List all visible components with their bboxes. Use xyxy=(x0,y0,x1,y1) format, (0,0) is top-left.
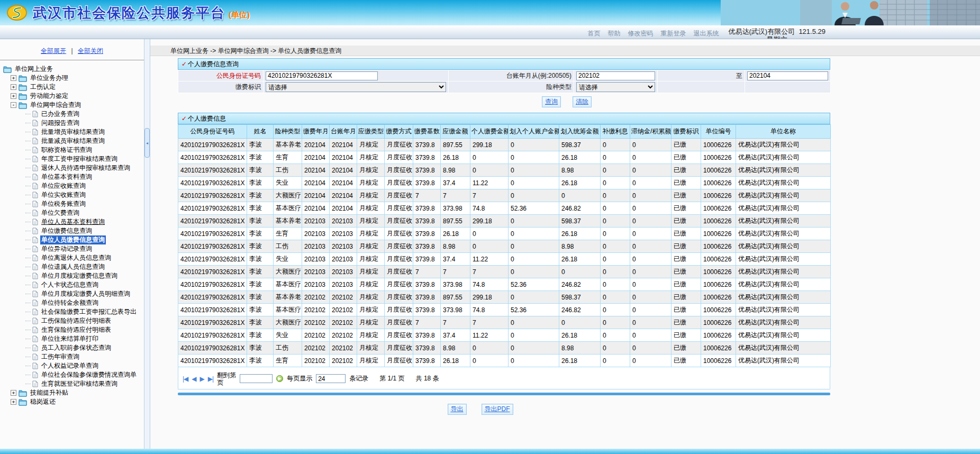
tree-item[interactable]: 单位遗属人员信息查询 xyxy=(2,262,144,271)
tree-item[interactable]: 员工入职前参保状态查询 xyxy=(2,343,144,352)
top-nav-link[interactable]: 首页 xyxy=(587,29,600,38)
tree-item-label[interactable]: 单位税务账查询 xyxy=(40,199,87,208)
tree-item[interactable]: 技能提升补贴 xyxy=(2,388,144,397)
tree-item-label[interactable]: 员工入职前参保状态查询 xyxy=(40,343,112,352)
tree-item-label[interactable]: 单位往来结算单打印 xyxy=(40,334,99,343)
table-row[interactable]: 42010219790326281X 李波 工伤 202103 202103 月… xyxy=(178,240,831,253)
tree-item[interactable]: 单位月度核定缴费人员明细查询 xyxy=(2,289,144,298)
table-row[interactable]: 42010219790326281X 李波 基本养老 202102 202102… xyxy=(178,291,831,304)
tree-item[interactable]: 个人权益记录单查询 xyxy=(2,361,144,370)
table-row[interactable]: 42010219790326281X 李波 基本养老 202103 202103… xyxy=(178,215,831,228)
collapse-all-link[interactable]: 全部关闭 xyxy=(78,47,103,55)
search-button[interactable]: 查询 xyxy=(542,96,561,107)
tree-item-label[interactable]: 单位人员缴费信息查询 xyxy=(40,235,106,244)
tree-item[interactable]: 职称资格证书查询 xyxy=(2,146,144,155)
insurance-type-select[interactable]: 请选择 xyxy=(576,82,655,92)
tree-item[interactable]: 单位异动记录查询 xyxy=(2,244,144,253)
table-row[interactable]: 42010219790326281X 李波 大额医疗 202102 202102… xyxy=(178,316,831,329)
tree-expander[interactable] xyxy=(11,75,16,81)
tree-item-label[interactable]: 问题报告查询 xyxy=(40,119,80,128)
tree-item[interactable]: 单位欠费查询 xyxy=(2,208,144,217)
tree-item[interactable]: 单位税务账查询 xyxy=(2,199,144,208)
tree-item[interactable]: 生育就医登记审核结果查询 xyxy=(2,379,144,388)
tree-item-label[interactable]: 职称资格证书查询 xyxy=(40,146,93,155)
tree-item[interactable]: 批量减员审核结果查询 xyxy=(2,137,144,146)
table-row[interactable]: 42010219790326281X 李波 大额医疗 202104 202104… xyxy=(178,189,831,202)
tree-item[interactable]: 社会保险缴费工资申报汇总表导出 xyxy=(2,307,144,316)
tree-item[interactable]: 单位待转金余额查询 xyxy=(2,298,144,307)
table-row[interactable]: 42010219790326281X 李波 基本医疗 202104 202104… xyxy=(178,202,831,215)
tree-item[interactable]: 单位社会保险参保缴费情况查询单 xyxy=(2,370,144,379)
table-row[interactable]: 42010219790326281X 李波 基本医疗 202103 202103… xyxy=(178,278,831,291)
tree-item-label[interactable]: 工伤年审查询 xyxy=(40,352,80,361)
tree-item[interactable]: 已办业务查询 xyxy=(2,110,144,119)
tree-item-label[interactable]: 单位待转金余额查询 xyxy=(40,298,99,307)
tree-item-label[interactable]: 单位应收账查询 xyxy=(40,181,87,190)
tree-item[interactable]: 退休人员待遇申报审核结果查询 xyxy=(2,164,144,172)
top-nav-link[interactable]: 重新登录 xyxy=(660,29,686,38)
top-nav-link[interactable]: 退出系统 xyxy=(693,29,719,38)
tree-item[interactable]: 单位应收账查询 xyxy=(2,181,144,190)
first-page-icon[interactable]: |◀ xyxy=(183,375,188,383)
table-row[interactable]: 42010219790326281X 李波 大额医疗 202103 202103… xyxy=(178,266,831,278)
tree-item-label[interactable]: 单位网申综合查询 xyxy=(29,101,82,110)
tree-item[interactable]: 单位离退休人员信息查询 xyxy=(2,253,144,262)
tree-item-label[interactable]: 单位离退休人员信息查询 xyxy=(40,253,112,262)
tree-item[interactable]: 工伤认定 xyxy=(2,83,144,92)
prev-page-icon[interactable]: ◀ xyxy=(192,375,196,383)
tree-item-label[interactable]: 单位遗属人员信息查询 xyxy=(40,262,106,271)
period-to-input[interactable] xyxy=(747,71,828,80)
export-button[interactable]: 导出 xyxy=(448,404,467,415)
tree-item[interactable]: 单位业务办理 xyxy=(2,74,144,83)
tree-item-label[interactable]: 技能提升补贴 xyxy=(29,388,69,397)
tree-item-label[interactable]: 单位缴费信息查询 xyxy=(40,226,93,235)
tree-item-label[interactable]: 生育保险待遇应付明细表 xyxy=(40,325,112,334)
table-row[interactable]: 42010219790326281X 李波 基本养老 202104 202104… xyxy=(178,139,831,151)
table-row[interactable]: 42010219790326281X 李波 工伤 202102 202102 月… xyxy=(178,342,831,355)
period-from-input[interactable] xyxy=(576,71,655,80)
tree-item-label[interactable]: 单位基本资料查询 xyxy=(40,172,93,181)
tree-item-label[interactable]: 稳岗返还 xyxy=(29,397,57,406)
tree-item[interactable]: 单位人员缴费信息查询 xyxy=(2,235,144,244)
export-pdf-button[interactable]: 导出PDF xyxy=(482,404,513,415)
tree-item-label[interactable]: 单位业务办理 xyxy=(29,74,69,83)
tree-item[interactable]: 劳动能力鉴定 xyxy=(2,92,144,101)
table-row[interactable]: 42010219790326281X 李波 生育 202103 202103 月… xyxy=(178,228,831,240)
tree-item-label[interactable]: 已办业务查询 xyxy=(40,110,80,119)
tree-item-label[interactable]: 退休人员待遇申报审核结果查询 xyxy=(40,164,131,172)
expand-all-link[interactable]: 全部展开 xyxy=(41,47,66,55)
top-nav-link[interactable]: 帮助 xyxy=(607,29,620,38)
table-row[interactable]: 42010219790326281X 李波 失业 202103 202103 月… xyxy=(178,253,831,266)
table-row[interactable]: 42010219790326281X 李波 工伤 202104 202104 月… xyxy=(178,164,831,177)
tree-item[interactable]: 工伤年审查询 xyxy=(2,352,144,361)
tree-expander[interactable] xyxy=(11,84,16,90)
tree-item[interactable]: 单位网申综合查询 xyxy=(2,101,144,110)
collapse-sidebar-handle[interactable]: ◂ xyxy=(144,128,150,158)
table-row[interactable]: 42010219790326281X 李波 基本医疗 202102 202102… xyxy=(178,304,831,316)
go-page-icon[interactable]: ▶ xyxy=(276,375,283,382)
tree-item-label[interactable]: 年度工资申报审核结果查询 xyxy=(40,155,119,164)
tree-item-label[interactable]: 单位社会保险参保缴费情况查询单 xyxy=(40,370,138,379)
last-page-icon[interactable]: ▶| xyxy=(208,375,213,383)
table-row[interactable]: 42010219790326281X 李波 失业 202104 202104 月… xyxy=(178,177,831,189)
tree-item-label[interactable]: 批量减员审核结果查询 xyxy=(40,137,106,146)
tree-item-label[interactable]: 单位网上业务 xyxy=(14,65,54,74)
tree-item[interactable]: 单位往来结算单打印 xyxy=(2,334,144,343)
table-row[interactable]: 42010219790326281X 李波 生育 202102 202102 月… xyxy=(178,355,831,367)
tree-item[interactable]: 生育保险待遇应付明细表 xyxy=(2,325,144,334)
citizen-id-input[interactable] xyxy=(266,71,378,80)
tree-item[interactable]: 工伤保险待遇应付明细表 xyxy=(2,316,144,325)
top-nav-link[interactable]: 修改密码 xyxy=(628,29,653,38)
tree-item[interactable]: 个人卡状态信息查询 xyxy=(2,280,144,289)
tree-item-label[interactable]: 单位人员基本资料查询 xyxy=(40,217,106,226)
tree-item[interactable]: 单位人员基本资料查询 xyxy=(2,217,144,226)
tree-item-label[interactable]: 批量增员审核结果查询 xyxy=(40,128,106,137)
tree-item[interactable]: 问题报告查询 xyxy=(2,119,144,128)
tree-item-label[interactable]: 工伤认定 xyxy=(29,83,57,92)
tree-expander[interactable] xyxy=(11,390,16,396)
tree-item[interactable]: 单位实收账查询 xyxy=(2,190,144,199)
sidebar-splitter[interactable]: ◂ xyxy=(144,39,150,449)
goto-page-input[interactable] xyxy=(240,374,273,383)
tree-item-label[interactable]: 单位欠费查询 xyxy=(40,208,80,217)
next-page-icon[interactable]: ▶ xyxy=(200,375,204,383)
